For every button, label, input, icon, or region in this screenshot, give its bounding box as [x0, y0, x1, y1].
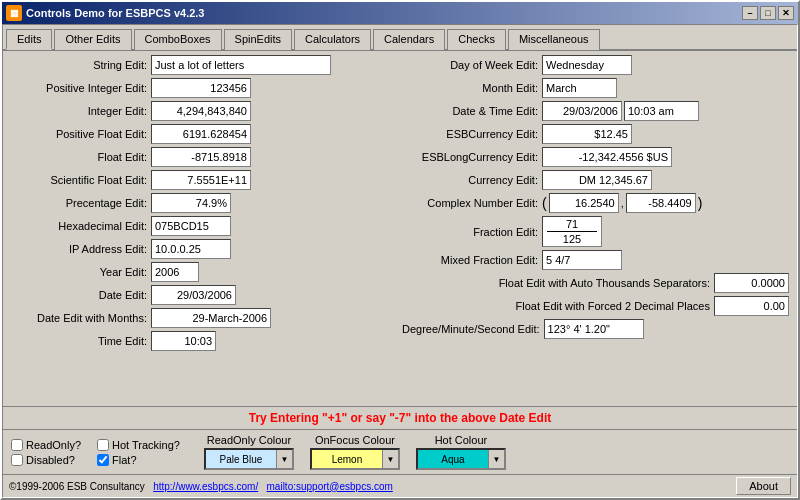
- dms-input[interactable]: [544, 319, 644, 339]
- hot-colour-swatch: Aqua: [418, 450, 488, 468]
- esblong-input[interactable]: [542, 147, 672, 167]
- minimize-button[interactable]: –: [742, 6, 758, 20]
- datetime-time-input[interactable]: [624, 101, 699, 121]
- titlebar: ▦ Controls Demo for ESBPCS v4.2.3 – □ ✕: [2, 2, 798, 24]
- complex-close-paren: ): [698, 195, 703, 211]
- dms-row: Degree/Minute/Second Edit:: [402, 319, 789, 339]
- hex-row: Hexadecimal Edit:: [11, 216, 398, 236]
- time-input[interactable]: [151, 331, 216, 351]
- mixed-frac-label: Mixed Fraction Edit:: [402, 254, 542, 266]
- esblong-row: ESBLongCurrency Edit:: [402, 147, 789, 167]
- about-button[interactable]: About: [736, 477, 791, 495]
- date-months-input[interactable]: [151, 308, 271, 328]
- dms-label: Degree/Minute/Second Edit:: [402, 323, 544, 335]
- date-months-row: Date Edit with Months:: [11, 308, 398, 328]
- readonly-colour-dropdown[interactable]: ▼: [276, 450, 292, 468]
- onfocus-colour-dropdown[interactable]: ▼: [382, 450, 398, 468]
- close-button[interactable]: ✕: [778, 6, 794, 20]
- float-auto-input[interactable]: [714, 273, 789, 293]
- fraction-row: Fraction Edit: 71 125: [402, 216, 789, 247]
- pct-label: Precentage Edit:: [11, 197, 151, 209]
- hottrack-checkbox-row: Hot Tracking?: [97, 439, 180, 451]
- dow-input[interactable]: [542, 55, 632, 75]
- readonly-label: ReadOnly?: [26, 439, 81, 451]
- pct-input[interactable]: [151, 193, 231, 213]
- onfocus-colour-swatch: Lemon: [312, 450, 382, 468]
- float-forced-input[interactable]: [714, 296, 789, 316]
- month-row: Month Edit:: [402, 78, 789, 98]
- ip-input[interactable]: [151, 239, 231, 259]
- disabled-checkbox-row: Disabled?: [11, 454, 81, 466]
- float-input[interactable]: [151, 147, 251, 167]
- tabbar: Edits Other Edits ComboBoxes SpinEdits C…: [3, 25, 797, 51]
- hot-colour-select: Aqua ▼: [416, 448, 506, 470]
- fraction-container: 71 125: [542, 216, 602, 247]
- sci-float-label: Scientific Float Edit:: [11, 174, 151, 186]
- tab-comboboxes[interactable]: ComboBoxes: [134, 29, 222, 50]
- pos-float-input[interactable]: [151, 124, 251, 144]
- complex-imag-input[interactable]: [626, 193, 696, 213]
- int-row: Integer Edit:: [11, 101, 398, 121]
- pos-int-input[interactable]: [151, 78, 251, 98]
- hot-colour-dropdown[interactable]: ▼: [488, 450, 504, 468]
- inner-frame: Edits Other Edits ComboBoxes SpinEdits C…: [2, 24, 798, 498]
- onfocus-colour-select: Lemon ▼: [310, 448, 400, 470]
- sci-float-input[interactable]: [151, 170, 251, 190]
- onfocus-colour-group: OnFocus Colour Lemon ▼: [310, 434, 400, 470]
- titlebar-controls: – □ ✕: [742, 6, 794, 20]
- readonly-colour-group: ReadOnly Colour Pale Blue ▼: [204, 434, 294, 470]
- bottom-bar: ReadOnly? Disabled? Hot Tracking? Flat?: [3, 429, 797, 474]
- hex-input[interactable]: [151, 216, 231, 236]
- readonly-colour-select: Pale Blue ▼: [204, 448, 294, 470]
- float-auto-row: Float Edit with Auto Thousands Separator…: [402, 273, 789, 293]
- right-column: Day of Week Edit: Month Edit: Date & Tim…: [402, 55, 789, 402]
- window-frame: ▦ Controls Demo for ESBPCS v4.2.3 – □ ✕ …: [0, 0, 800, 500]
- readonly-checkbox[interactable]: [11, 439, 23, 451]
- tab-spinedits[interactable]: SpinEdits: [224, 29, 292, 50]
- tab-miscellaneous[interactable]: Miscellaneous: [508, 29, 600, 50]
- year-input[interactable]: [151, 262, 199, 282]
- month-input[interactable]: [542, 78, 617, 98]
- maximize-button[interactable]: □: [760, 6, 776, 20]
- year-row: Year Edit:: [11, 262, 398, 282]
- tab-checks[interactable]: Checks: [447, 29, 506, 50]
- tab-edits[interactable]: Edits: [6, 29, 52, 50]
- readonly-colour-swatch: Pale Blue: [206, 450, 276, 468]
- disabled-label: Disabled?: [26, 454, 75, 466]
- float-row: Float Edit:: [11, 147, 398, 167]
- tab-calendars[interactable]: Calendars: [373, 29, 445, 50]
- time-row: Time Edit:: [11, 331, 398, 351]
- flat-label: Flat?: [112, 454, 136, 466]
- complex-label: Complex Number Edit:: [402, 197, 542, 209]
- month-label: Month Edit:: [402, 82, 542, 94]
- dow-row: Day of Week Edit:: [402, 55, 789, 75]
- int-input[interactable]: [151, 101, 251, 121]
- ip-label: IP Address Edit:: [11, 243, 151, 255]
- float-label: Float Edit:: [11, 151, 151, 163]
- currency-input[interactable]: [542, 170, 652, 190]
- fields-area: String Edit: Positive Integer Edit: Inte…: [3, 51, 797, 406]
- date-label: Date Edit:: [11, 289, 151, 301]
- tab-calculators[interactable]: Calculators: [294, 29, 371, 50]
- string-edit-input[interactable]: [151, 55, 331, 75]
- website-link[interactable]: http://www.esbpcs.com/: [153, 481, 258, 492]
- complex-real-input[interactable]: [549, 193, 619, 213]
- tab-other-edits[interactable]: Other Edits: [54, 29, 131, 50]
- date-row: Date Edit:: [11, 285, 398, 305]
- copyright-text: ©1999-2006 ESB Consultancy http://www.es…: [9, 481, 393, 492]
- hot-colour-label: Hot Colour: [435, 434, 488, 446]
- flat-checkbox[interactable]: [97, 454, 109, 466]
- date-input[interactable]: [151, 285, 236, 305]
- string-edit-row: String Edit:: [11, 55, 398, 75]
- esbcurrency-input[interactable]: [542, 124, 632, 144]
- datetime-date-input[interactable]: [542, 101, 622, 121]
- onfocus-colour-label: OnFocus Colour: [315, 434, 395, 446]
- hottrack-checkbox[interactable]: [97, 439, 109, 451]
- float-forced-label: Float Edit with Forced 2 Decimal Places: [402, 300, 714, 312]
- int-label: Integer Edit:: [11, 105, 151, 117]
- disabled-checkbox[interactable]: [11, 454, 23, 466]
- pos-int-row: Positive Integer Edit:: [11, 78, 398, 98]
- mixed-frac-input[interactable]: [542, 250, 622, 270]
- email-link[interactable]: mailto:support@esbpcs.com: [267, 481, 393, 492]
- float-forced-row: Float Edit with Forced 2 Decimal Places: [402, 296, 789, 316]
